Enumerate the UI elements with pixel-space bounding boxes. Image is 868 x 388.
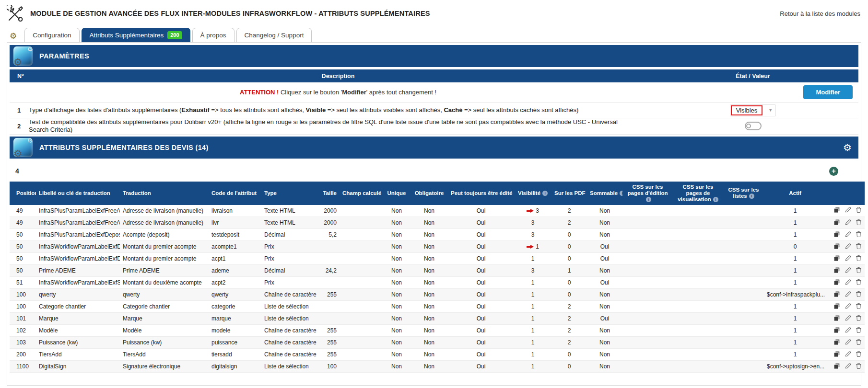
pencil-icon-button[interactable] [845,243,851,251]
column-header-type[interactable]: Type [261,182,317,205]
info-icon[interactable]: i [749,194,754,199]
tab-changelog-support[interactable]: Changelog / Support [236,28,312,42]
back-to-modules-link[interactable]: Retour à la liste des modules [780,10,860,17]
cell-position: 102 [10,325,36,337]
desc-part: Test de compatibilité des attributs supp… [29,118,618,133]
attention-message: ATTENTION ! Cliquez sur le bouton 'Modif… [29,89,647,96]
cell-value: 102 [16,327,26,334]
column-header-champ-calcul[interactable]: Champ calculéi [340,182,383,205]
trash-icon-button[interactable] [856,339,862,347]
cell-css-sur-les-listes [723,301,764,313]
trash-icon-button[interactable] [856,206,862,215]
clone-icon-button[interactable] [833,279,840,287]
cell-value: livr [211,219,219,226]
column-header-traduction[interactable]: Traduction [120,182,209,205]
cell-css-sur-les-listes [723,313,764,325]
tab-attributs-suppl-mentaires[interactable]: Attributs Supplémentaires200 [82,28,190,42]
settings-gear-icon[interactable]: ⚙ [843,143,852,152]
column-header-visibilit[interactable]: Visibilitéi [514,182,551,205]
pencil-icon-button[interactable] [845,363,851,371]
trash-icon-button[interactable] [856,267,862,275]
trash-icon-button[interactable] [856,255,862,263]
trash-icon-button[interactable] [856,291,862,299]
desc-bold: Visible [306,106,326,114]
attr-table-body: 49InfraSPlusParamLabelExfFreeAd...Adress… [10,205,865,373]
info-icon[interactable]: i [620,191,622,196]
trash-icon-button[interactable] [856,327,862,335]
pencil-icon-button[interactable] [845,351,851,359]
trash-icon-button[interactable] [856,315,862,323]
compat-test-toggle[interactable] [745,122,762,130]
modify-button[interactable]: Modifier [803,85,853,99]
cell-actif: 1 [764,253,826,265]
clone-icon-button[interactable] [833,339,840,347]
pencil-icon-button[interactable] [845,291,851,299]
column-header-css-sur-les-listes[interactable]: CSS sur les listesi [723,182,764,205]
clone-icon-button[interactable] [833,315,840,323]
column-header-sur-les-pdf[interactable]: Sur les PDFi [551,182,587,205]
column-header-css-sur-les-pages-de-visualisation[interactable]: CSS sur les pages de visualisationi [673,182,723,205]
clone-icon-button[interactable] [833,291,840,299]
column-header-actif[interactable]: Actif [764,182,826,205]
trash-icon-button[interactable] [856,351,862,359]
clone-icon-button[interactable] [833,351,840,359]
cell-value: 101 [16,315,26,322]
trash-icon-button[interactable] [856,303,862,311]
pencil-icon-button[interactable] [845,303,851,311]
pencil-icon-button[interactable] [845,219,851,227]
info-icon[interactable]: i [646,197,651,202]
pencil-icon-button[interactable] [845,339,851,347]
display-type-select[interactable]: Visibles ▼ [730,104,776,116]
cell-position: 50 [10,229,36,241]
pencil-icon-button[interactable] [845,267,851,275]
cell-css-sur-les-pages-de-visualisation [673,277,723,289]
column-header-obligatoire[interactable]: Obligatoire [411,182,448,205]
clone-icon-button[interactable] [833,303,840,311]
column-header-position[interactable]: Position▽ [10,182,36,205]
tab-label: Changelog / Support [245,32,304,39]
table-row: 51InfraSWorkflowParamLabelExfSe...Montan… [10,277,865,289]
cell-css-sur-les-pages-d-dition [622,325,673,337]
column-header-unique[interactable]: Unique [383,182,411,205]
pencil-icon-button[interactable] [845,279,851,287]
column-header-libell-ou-cl-de-traduction[interactable]: Libellé ou clé de traduction [36,182,120,205]
pencil-icon-button[interactable] [845,327,851,335]
clone-icon-button[interactable] [833,231,840,239]
tab-propos[interactable]: À propos [192,28,235,42]
clone-icon-button[interactable] [833,327,840,335]
trash-icon-button[interactable] [856,231,862,239]
trash-icon-button[interactable] [856,279,862,287]
add-attribute-button[interactable]: + [829,167,838,176]
column-header-code-de-l-attribut[interactable]: Code de l'attribut [209,182,261,205]
cell-visibilit: 1 [514,337,551,349]
clone-icon-button[interactable] [833,267,840,275]
column-header-css-sur-les-pages-d-dition[interactable]: CSS sur les pages d'éditioni [622,182,673,205]
pencil-icon-button[interactable] [845,206,851,215]
pencil-icon-button[interactable] [845,255,851,263]
table-row: 100Categorie chantierCategorie chantierc… [10,301,865,313]
trash-icon-button[interactable] [856,243,862,251]
trash-icon-button[interactable] [856,363,862,371]
clone-icon-button[interactable] [833,363,840,371]
clone-icon-button[interactable] [833,255,840,263]
info-icon[interactable]: i [542,191,548,196]
column-header-sommable[interactable]: Sommablei [587,182,622,205]
clone-icon-button[interactable] [833,243,840,251]
parametres-title: PARAMÈTRES [39,52,89,60]
trash-icon-button[interactable] [856,219,862,227]
pencil-icon-button[interactable] [845,231,851,239]
cell-traduction: Signature électronique [120,361,209,373]
clone-icon-button[interactable] [833,206,840,215]
column-label: Taille [323,190,337,196]
column-header-peut-toujours-tre-dit[interactable]: Peut toujours être éditéi [448,182,514,205]
cell-value: Adresse de livraison (manuelle) [123,207,203,214]
cell-visibilit: 3 [514,205,551,217]
clone-icon-button[interactable] [833,219,840,227]
cell-code-de-l-attribut: puissance [209,337,261,349]
setup-gear-icon[interactable]: ⚙ [10,32,17,40]
cell-actif: 0 [764,241,826,253]
tab-configuration[interactable]: Configuration [24,28,79,42]
pencil-icon-button[interactable] [845,315,851,323]
info-icon[interactable]: i [713,197,718,202]
column-header-taille[interactable]: Taille [317,182,340,205]
